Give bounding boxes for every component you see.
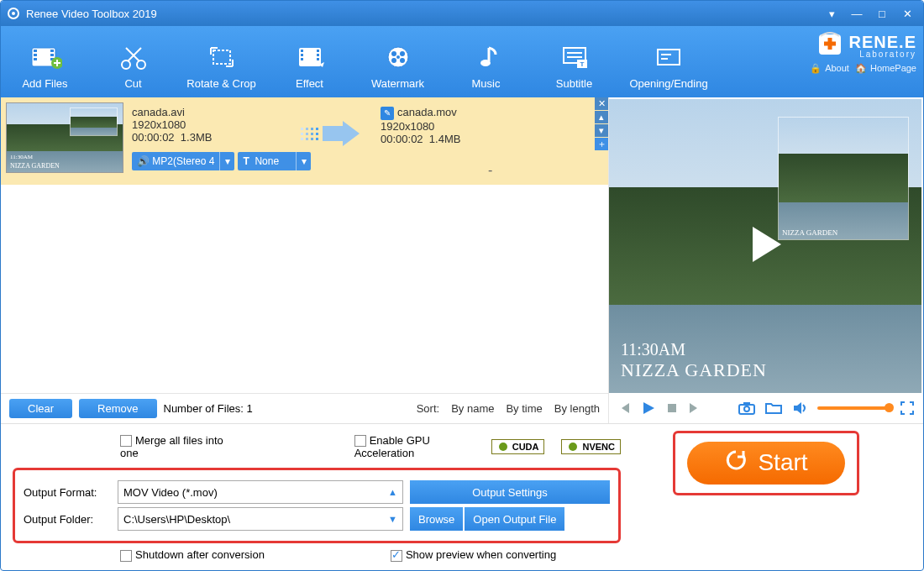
audio-pill[interactable]: 🔊 MP2(Stereo 4▾ — [132, 152, 234, 170]
svg-rect-4 — [34, 50, 37, 52]
output-file-size: 1.4MB — [429, 133, 461, 145]
row-side-buttons: ✕ ▴ ▾ ＋ — [595, 97, 608, 151]
close-button[interactable]: ✕ — [896, 5, 918, 22]
cut-button[interactable]: Cut — [89, 34, 177, 90]
svg-rect-18 — [317, 50, 319, 52]
main-toolbar: Add Files Cut Rotate & Crop Effect Water… — [1, 26, 923, 97]
home-icon: 🏠 — [855, 63, 867, 73]
toolbar-label: Subtitle — [530, 77, 618, 90]
subtitle-pill[interactable]: T None▾ — [238, 152, 311, 170]
effect-button[interactable]: Effect — [265, 34, 354, 90]
video-preview[interactable]: NIZZA GARDEN 11:30AM NIZZA GARDEN — [609, 99, 921, 393]
sort-by-time[interactable]: By time — [506, 402, 542, 415]
play-overlay-icon[interactable] — [743, 222, 788, 270]
open-output-file-button[interactable]: Open Output File — [465, 507, 564, 531]
snapshot-icon[interactable] — [738, 401, 755, 415]
sort-by-name[interactable]: By name — [451, 402, 494, 415]
row-add-button[interactable]: ＋ — [595, 138, 608, 151]
toolbar-label: Music — [442, 77, 530, 90]
svg-point-23 — [391, 51, 396, 56]
toolbar-label: Opening/Ending — [618, 77, 719, 90]
svg-point-26 — [400, 58, 405, 63]
play-icon[interactable] — [641, 401, 656, 416]
output-format-combo[interactable]: MOV Video (*.mov)▲ — [118, 480, 403, 504]
remove-button[interactable]: Remove — [79, 399, 156, 418]
svg-rect-17 — [301, 58, 303, 60]
output-settings-highlight: Output Format: MOV Video (*.mov)▲ Output… — [13, 468, 621, 543]
opening-ending-icon — [618, 40, 719, 74]
shutdown-checkbox[interactable]: Shutdown after conversion — [120, 548, 265, 562]
preview-time-overlay: 11:30AM — [621, 340, 685, 359]
svg-rect-52 — [668, 404, 676, 412]
prev-track-icon[interactable] — [617, 401, 631, 415]
svg-marker-51 — [643, 402, 654, 414]
svg-point-27 — [396, 55, 400, 59]
row-close-button[interactable]: ✕ — [595, 97, 608, 111]
minimize-button[interactable]: — — [846, 5, 868, 22]
toolbar-label: Effect — [265, 77, 354, 90]
svg-rect-19 — [317, 54, 319, 56]
svg-rect-15 — [301, 50, 303, 52]
add-files-button[interactable]: Add Files — [1, 34, 89, 90]
show-preview-checkbox[interactable]: Show preview when converting — [391, 548, 556, 562]
maximize-button[interactable]: □ — [871, 5, 893, 22]
output-settings-button[interactable]: Output Settings — [410, 480, 610, 504]
edit-icon[interactable]: ✎ — [381, 107, 394, 120]
stop-icon[interactable] — [666, 402, 678, 414]
file-row[interactable]: 11:30AM NIZZA GARDEN canada.avi 1920x108… — [1, 97, 608, 185]
list-footer: Clear Remove Number of Files: 1 Sort: By… — [1, 393, 608, 423]
sort-by-length[interactable]: By length — [554, 402, 600, 415]
rotate-crop-icon — [177, 40, 265, 74]
svg-rect-5 — [34, 54, 37, 56]
title-bar: Renee Video Toolbox 2019 ▾ — □ ✕ — [1, 1, 923, 26]
input-file-duration: 00:00:02 — [132, 131, 175, 144]
toolbar-label: Rotate & Crop — [177, 77, 265, 90]
merge-checkbox[interactable]: Merge all files into one — [120, 434, 228, 460]
svg-rect-41 — [306, 128, 308, 130]
menu-dropdown-icon[interactable]: ▾ — [821, 5, 843, 22]
chevron-down-icon[interactable]: ▾ — [296, 152, 311, 170]
opening-ending-button[interactable]: Opening/Ending — [618, 34, 719, 90]
svg-rect-34 — [658, 50, 680, 65]
start-button[interactable]: Start — [687, 442, 844, 485]
music-button[interactable]: Music — [442, 34, 530, 90]
homepage-link[interactable]: HomePage — [870, 63, 916, 73]
watermark-icon — [354, 40, 442, 74]
svg-rect-38 — [301, 128, 303, 130]
output-file-duration: 00:00:02 — [381, 133, 423, 145]
svg-rect-55 — [743, 402, 750, 406]
volume-icon[interactable] — [792, 401, 807, 415]
bottom-panel: Merge all files into one Enable GPU Acce… — [1, 423, 923, 570]
gpu-checkbox[interactable]: Enable GPU Acceleration — [354, 434, 475, 460]
browse-button[interactable]: Browse — [410, 507, 463, 531]
svg-point-24 — [400, 51, 405, 56]
svg-rect-45 — [311, 133, 313, 135]
app-logo-icon — [6, 6, 21, 21]
output-file-res: 1920x1080 — [381, 120, 460, 133]
rotate-crop-button[interactable]: Rotate & Crop — [177, 34, 265, 90]
output-file-name: canada.mov — [397, 106, 457, 118]
cut-icon — [89, 40, 177, 74]
watermark-button[interactable]: Watermark — [354, 34, 442, 90]
open-folder-icon[interactable] — [765, 401, 782, 415]
svg-rect-39 — [301, 133, 303, 135]
next-track-icon[interactable] — [688, 401, 701, 415]
chevron-down-icon: ▼ — [388, 514, 397, 524]
lock-icon: 🔒 — [810, 63, 822, 73]
svg-rect-16 — [301, 54, 303, 56]
svg-rect-46 — [311, 138, 313, 140]
fullscreen-icon[interactable] — [900, 401, 915, 416]
toolbar-label: Add Files — [1, 77, 89, 90]
svg-rect-43 — [306, 138, 308, 140]
row-up-button[interactable]: ▴ — [595, 111, 608, 124]
about-link[interactable]: About — [825, 63, 849, 73]
subtitle-icon: T — [530, 40, 618, 74]
chevron-down-icon[interactable]: ▾ — [219, 152, 234, 170]
row-down-button[interactable]: ▾ — [595, 124, 608, 138]
brand-sub: Laboratory — [849, 50, 916, 59]
output-folder-combo[interactable]: C:\Users\HP\Desktop\▼ — [118, 507, 403, 531]
subtitle-button[interactable]: T Subtitle — [530, 34, 618, 90]
svg-rect-20 — [317, 58, 319, 60]
volume-slider[interactable] — [817, 406, 890, 410]
clear-button[interactable]: Clear — [9, 399, 72, 418]
